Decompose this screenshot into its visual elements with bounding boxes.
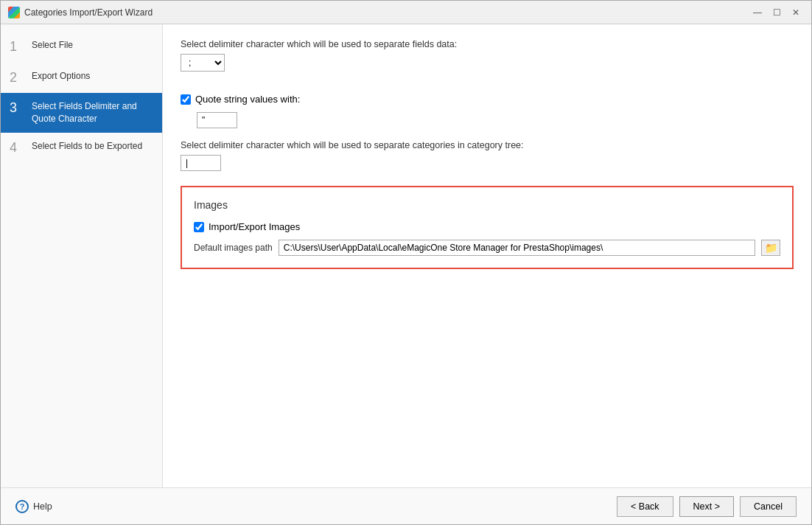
window-title: Categories Import/Export Wizard xyxy=(24,7,153,18)
main-content: Select delimiter character which will be… xyxy=(163,24,811,487)
quote-char-indent xyxy=(197,112,794,128)
field-delimiter-label: Select delimiter character which will be… xyxy=(181,39,794,49)
default-path-label: Default images path xyxy=(194,243,273,253)
minimize-button[interactable]: — xyxy=(749,4,766,21)
sidebar-item-label-4: Select Fields to be Exported xyxy=(32,140,142,153)
browse-button[interactable]: 📁 xyxy=(761,240,780,256)
quote-string-checkbox[interactable] xyxy=(181,94,191,105)
sidebar-item-label-3: Select Fields Delimiter and Quote Charac… xyxy=(32,100,153,125)
footer-buttons: < Back Next > Cancel xyxy=(617,496,797,517)
app-icon xyxy=(8,7,20,18)
quote-string-label: Quote string values with: xyxy=(195,94,300,105)
category-delimiter-label: Select delimiter character which will be… xyxy=(181,140,794,150)
field-delimiter-select[interactable]: ; xyxy=(181,54,225,72)
sidebar-item-number-1: 1 xyxy=(10,39,24,55)
sidebar-item-label-1: Select File xyxy=(32,39,73,52)
back-button[interactable]: < Back xyxy=(617,496,673,517)
titlebar-left: Categories Import/Export Wizard xyxy=(8,7,153,18)
close-button[interactable]: ✕ xyxy=(788,4,804,21)
sidebar-item-label-2: Export Options xyxy=(32,70,90,83)
sidebar-item-number-4: 4 xyxy=(10,140,24,156)
titlebar-controls: — ☐ ✕ xyxy=(749,4,804,21)
images-section: Images Import/Export Images Default imag… xyxy=(181,186,794,269)
sidebar-item-select-file[interactable]: 1 Select File xyxy=(1,32,162,63)
default-path-row: Default images path 📁 xyxy=(194,240,780,256)
footer: ? Help < Back Next > Cancel xyxy=(1,487,811,524)
help-icon[interactable]: ? xyxy=(15,500,29,513)
help-label[interactable]: Help xyxy=(33,501,52,512)
import-export-images-checkbox[interactable] xyxy=(194,222,204,232)
quote-string-row: Quote string values with: xyxy=(181,94,794,105)
sidebar-item-select-fields[interactable]: 4 Select Fields to be Exported xyxy=(1,133,162,164)
category-delimiter-input[interactable] xyxy=(181,155,221,171)
category-delimiter-group: Select delimiter character which will be… xyxy=(181,140,794,171)
cancel-button[interactable]: Cancel xyxy=(740,496,797,517)
footer-help: ? Help xyxy=(15,500,52,513)
sidebar-item-fields-delimiter[interactable]: 3 Select Fields Delimiter and Quote Char… xyxy=(1,93,162,133)
default-path-input[interactable] xyxy=(279,240,755,256)
import-export-images-label: Import/Export Images xyxy=(209,221,300,232)
content-area: 1 Select File 2 Export Options 3 Select … xyxy=(1,24,811,487)
sidebar-item-number-3: 3 xyxy=(10,100,24,117)
sidebar-item-export-options[interactable]: 2 Export Options xyxy=(1,63,162,94)
delimiter-row: ; xyxy=(181,54,794,72)
quote-char-input[interactable] xyxy=(197,112,237,128)
sidebar-item-number-2: 2 xyxy=(10,70,24,86)
wizard-window: Categories Import/Export Wizard — ☐ ✕ 1 … xyxy=(0,0,812,525)
next-button[interactable]: Next > xyxy=(679,496,734,517)
maximize-button[interactable]: ☐ xyxy=(769,4,785,21)
titlebar: Categories Import/Export Wizard — ☐ ✕ xyxy=(1,1,811,24)
images-title: Images xyxy=(194,199,780,211)
import-export-images-row: Import/Export Images xyxy=(194,221,780,232)
sidebar: 1 Select File 2 Export Options 3 Select … xyxy=(1,24,163,487)
folder-icon: 📁 xyxy=(765,242,777,254)
field-delimiter-group: Select delimiter character which will be… xyxy=(181,39,794,82)
